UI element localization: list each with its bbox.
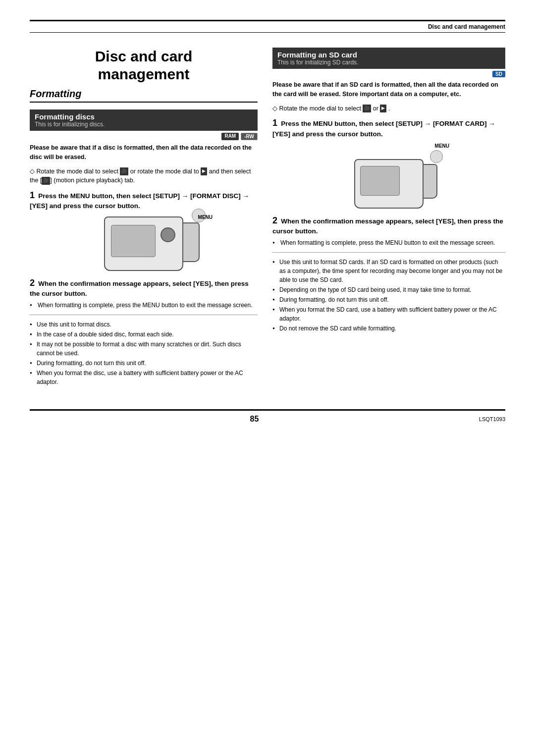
disc-step1: 1 Press the MENU button, then select [SE…: [30, 190, 258, 212]
camera-grip-left: MENU: [182, 222, 200, 262]
right-column: Formatting an SD card This is for initia…: [272, 48, 505, 389]
content-columns: Disc and card management Formatting Form…: [30, 48, 505, 389]
disc-step2-number: 2: [30, 278, 35, 288]
menu-label-right: MENU: [435, 143, 449, 149]
formatting-discs-title: Formatting discs: [35, 112, 253, 121]
ram-badge: RAM: [221, 133, 239, 140]
motion-icon-sd: 🎥: [363, 105, 371, 112]
camera-lens-left: [160, 227, 175, 242]
left-column: Disc and card management Formatting Form…: [30, 48, 258, 389]
disc-camera-diagram: MENU: [30, 216, 258, 271]
list-item: In the case of a double sided disc, form…: [30, 330, 258, 339]
list-item: Use this unit to format SD cards. If an …: [272, 258, 505, 284]
disc-step2-sub: When formatting is complete, press the M…: [30, 301, 258, 310]
header-title: Disc and card management: [428, 23, 505, 30]
doc-code: LSQT1093: [479, 416, 505, 422]
sd-step2-text: When the confirmation message appears, s…: [272, 217, 503, 235]
camera-screen-right: [360, 166, 400, 196]
list-item: When you format the SD card, use a batte…: [272, 305, 505, 323]
sd-warning: Please be aware that if an SD card is fo…: [272, 80, 505, 99]
list-item: During formatting, do not turn this unit…: [30, 359, 258, 368]
rotate-instruction-disc: Rotate the mode dial to select 🎥 or rota…: [30, 167, 258, 186]
disc-bullet-list: Use this unit to format discs. In the ca…: [30, 320, 258, 386]
camera-body-right: MENU: [354, 159, 424, 209]
motion-icon-2: 🎥: [42, 177, 50, 185]
list-item: Do not remove the SD card while formatti…: [272, 324, 505, 333]
sd-step2-number: 2: [272, 216, 277, 225]
formatting-discs-subtitle: This is for initializing discs.: [35, 121, 253, 128]
disc-warning: Please be aware that if a disc is format…: [30, 143, 258, 162]
sd-badge-row: SD: [272, 71, 505, 77]
play-icon: ▶: [201, 167, 207, 175]
page-footer: 85 LSQT1093: [30, 409, 505, 424]
sd-step1-text: Press the MENU button, then select [SETU…: [272, 120, 495, 137]
camera-body-left: MENU: [104, 216, 183, 271]
formatting-discs-header: Formatting discs This is for initializin…: [30, 109, 258, 131]
rw-badge: -RW: [241, 133, 258, 140]
list-item: When you format the disc, use a battery …: [30, 369, 258, 386]
rotate-instruction-sd: Rotate the mode dial to select 🎥 or ▶ .: [272, 104, 505, 113]
camera-screen-left: [111, 225, 156, 257]
formatting-sd-subtitle: This is for initializing SD cards.: [277, 59, 500, 66]
sd-camera-diagram: MENU: [272, 144, 505, 209]
section-subtitle: Formatting: [30, 88, 258, 103]
sd-step2: 2 When the confirmation message appears,…: [272, 216, 505, 248]
sd-badge: SD: [492, 71, 505, 77]
motion-icon: 🎥: [120, 167, 128, 175]
sd-bullet-list: Use this unit to format SD cards. If an …: [272, 258, 505, 333]
disc-badge-row: RAM -RW: [30, 133, 258, 140]
disc-step2-text: When the confirmation message appears, s…: [30, 280, 249, 297]
menu-button-right: [430, 150, 443, 163]
play-icon-sd: ▶: [380, 105, 386, 112]
formatting-sd-title: Formatting an SD card: [277, 51, 500, 59]
disc-divider: [30, 315, 258, 315]
disc-step1-number: 1: [30, 190, 35, 200]
page: Disc and card management Disc and card m…: [0, 0, 535, 756]
formatting-sd-header: Formatting an SD card This is for initia…: [272, 48, 505, 69]
page-number: 85: [250, 415, 259, 424]
list-item: Depending on the type of SD card being u…: [272, 285, 505, 294]
sd-step1: 1 Press the MENU button, then select [SE…: [272, 118, 505, 139]
list-item: During formatting, do not turn this unit…: [272, 295, 505, 304]
list-item: It may not be possible to format a disc …: [30, 340, 258, 358]
disc-step1-text: Press the MENU button, then select [SETU…: [30, 192, 249, 210]
sd-step2-sub: When formatting is complete, press the M…: [272, 238, 505, 247]
list-item: Use this unit to format discs.: [30, 320, 258, 329]
disc-step2: 2 When the confirmation message appears,…: [30, 278, 258, 310]
sd-divider: [272, 252, 505, 253]
camera-grip-right: MENU: [423, 164, 437, 199]
page-title: Disc and card management: [30, 48, 258, 83]
top-header: Disc and card management: [30, 20, 505, 33]
sd-step1-number: 1: [272, 118, 277, 128]
menu-label-left: MENU: [198, 215, 213, 220]
